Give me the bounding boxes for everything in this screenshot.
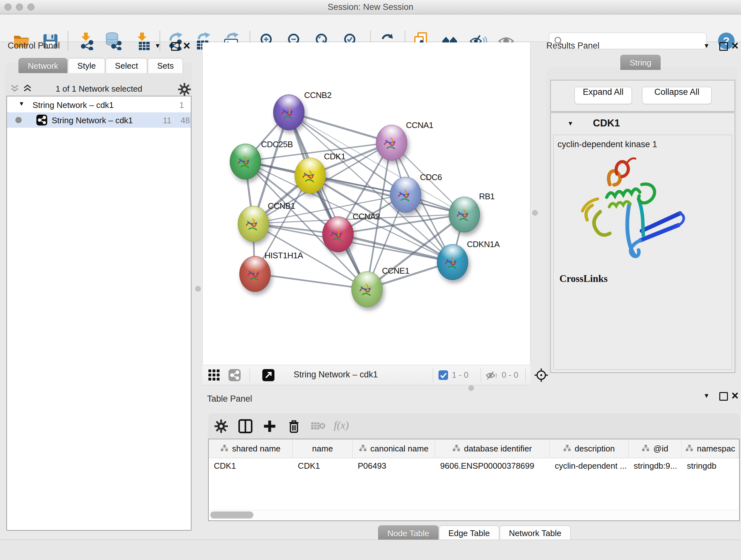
network-node-rb1[interactable] (449, 197, 480, 233)
network-canvas[interactable]: CCNB2CCNA1CDC25BCDK1CDC6RB1CCNB1CCNA2CDK… (202, 43, 530, 365)
column-type-icon (642, 444, 650, 454)
add-column-icon[interactable] (262, 418, 278, 434)
results-panel-menu-icon[interactable]: ▼ (703, 42, 710, 50)
entry-expander-icon[interactable]: ▼ (567, 120, 574, 127)
column-type-icon (685, 444, 693, 454)
network-selection-status: 1 of 1 Network selected (38, 84, 159, 94)
network-node-ccnb1[interactable] (238, 206, 269, 242)
collapse-all-button[interactable]: Collapse All (642, 87, 712, 104)
network-tree: ▼ String Network – cdk1 1 String Network… (6, 96, 192, 531)
selected-checkbox-icon[interactable] (439, 370, 448, 380)
right-splitter-handle[interactable] (532, 210, 538, 215)
table-panel-close-icon[interactable]: × (731, 391, 738, 400)
network-view-toolbar: String Network – cdk1 1 - 0 0 - 0 (202, 365, 530, 385)
column-header-canonical-name[interactable]: canonical name (353, 439, 435, 458)
column-header-namespac[interactable]: namespac (682, 439, 739, 458)
window-title: Session: New Session (0, 2, 741, 12)
protein-structure-image (562, 154, 690, 266)
control-panel-title: Control Panel (8, 41, 60, 51)
node-label-rb1: RB1 (479, 192, 495, 201)
tab-network-table[interactable]: Network Table (500, 525, 570, 541)
table-cell[interactable]: stringdb:9... (629, 458, 682, 474)
table-cell[interactable]: stringdb (682, 458, 739, 474)
network-edges (203, 43, 530, 365)
table-panel-float-icon[interactable] (719, 392, 728, 401)
network-node-cdc25b[interactable] (230, 144, 261, 179)
left-splitter-handle[interactable] (195, 286, 201, 292)
column-header-database-identifier[interactable]: database identifier (435, 439, 549, 458)
control-panel-menu-icon[interactable]: ▼ (154, 42, 161, 50)
table-panel-menu-icon[interactable]: ▼ (703, 392, 710, 399)
network-node-ccne1[interactable] (351, 271, 383, 307)
table-cell[interactable]: CDK1 (293, 458, 353, 474)
table-panel-title: Table Panel (207, 394, 252, 404)
expand-all-icon[interactable] (23, 84, 32, 92)
column-header--id[interactable]: @id (629, 439, 682, 458)
network-node-count: 11 (163, 116, 172, 125)
tree-expander-icon[interactable]: ▼ (18, 100, 24, 107)
network-type-icon (37, 115, 47, 125)
network-node-hist1h1a[interactable] (239, 256, 271, 292)
show-columns-icon[interactable] (238, 418, 253, 434)
delete-column-icon[interactable] (286, 418, 302, 434)
hidden-eye-icon[interactable] (486, 370, 499, 381)
network-view-icon[interactable] (228, 369, 241, 381)
table-cell[interactable]: 9606.ENSP00000378699 (435, 458, 549, 474)
column-header-description[interactable]: description (549, 439, 628, 458)
network-edge-count: 48 (181, 116, 190, 125)
table-settings-gear-icon[interactable] (213, 418, 229, 434)
tab-edge-table[interactable]: Edge Table (439, 525, 499, 541)
table-cell[interactable]: CDK1 (209, 458, 293, 474)
table-row[interactable]: CDK1CDK1P064939606.ENSP00000378699cyclin… (209, 458, 739, 474)
tab-select[interactable]: Select (106, 58, 147, 73)
network-node-ccna2[interactable] (322, 216, 354, 252)
network-node-cdk1[interactable] (294, 158, 326, 193)
import-network-file-icon[interactable] (77, 32, 95, 50)
network-row-selected[interactable]: String Network – cdk1 11 48 (7, 112, 191, 128)
entry-name: CDK1 (593, 118, 620, 129)
import-network-database-icon[interactable] (105, 32, 122, 50)
protein-thumbnail (381, 133, 402, 154)
column-type-icon (453, 444, 460, 454)
network-node-cdc6[interactable] (390, 177, 421, 212)
tab-style[interactable]: Style (68, 58, 105, 73)
column-label: shared name (232, 444, 280, 454)
tab-node-table[interactable]: Node Table (378, 525, 439, 541)
node-label-ccne1: CCNE1 (382, 266, 409, 276)
import-table-file-icon[interactable] (134, 32, 151, 50)
tab-string[interactable]: String (620, 55, 661, 70)
protein-thumbnail (300, 166, 320, 187)
detach-view-icon[interactable] (262, 369, 274, 381)
node-label-ccna1: CCNA1 (406, 120, 433, 130)
network-node-cdkn1a[interactable] (437, 244, 468, 280)
protein-thumbnail (395, 186, 416, 206)
bottom-splitter-handle[interactable] (468, 385, 474, 391)
table-cell[interactable]: P06493 (353, 458, 435, 474)
collapse-all-icon[interactable] (10, 84, 19, 92)
control-panel-close-icon[interactable]: × (183, 41, 190, 51)
control-panel-tabs: NetworkStyleSelectSets (18, 58, 183, 73)
protein-thumbnail (454, 205, 475, 226)
column-header-shared-name[interactable]: shared name (209, 439, 293, 458)
control-panel-float-icon[interactable] (171, 42, 180, 51)
scrollbar-thumb[interactable] (210, 511, 253, 518)
network-node-ccnb2[interactable] (273, 95, 305, 130)
view-toolbar-separator (433, 368, 433, 382)
delete-table-icon[interactable] (310, 418, 326, 434)
table-cell[interactable]: cyclin-dependent ... (549, 458, 628, 474)
network-options-gear-icon[interactable] (178, 83, 191, 96)
grid-view-icon[interactable] (208, 369, 220, 381)
network-node-ccna1[interactable] (376, 125, 407, 161)
results-panel-close-icon[interactable]: × (731, 41, 738, 51)
column-label: database identifier (464, 444, 532, 454)
status-bar: Memory (0, 540, 741, 560)
tab-sets[interactable]: Sets (148, 58, 183, 73)
network-collection-row[interactable]: ▼ String Network – cdk1 1 (7, 98, 191, 112)
table-horizontal-scrollbar[interactable] (209, 510, 738, 520)
results-panel-float-icon[interactable] (719, 42, 728, 51)
column-header-name[interactable]: name (293, 439, 353, 458)
expand-all-button[interactable]: Expand All (575, 87, 632, 104)
function-builder-button[interactable]: f(x) (334, 419, 349, 431)
crosslinks-title: CrossLinks (559, 273, 608, 285)
tab-network[interactable]: Network (18, 58, 67, 73)
